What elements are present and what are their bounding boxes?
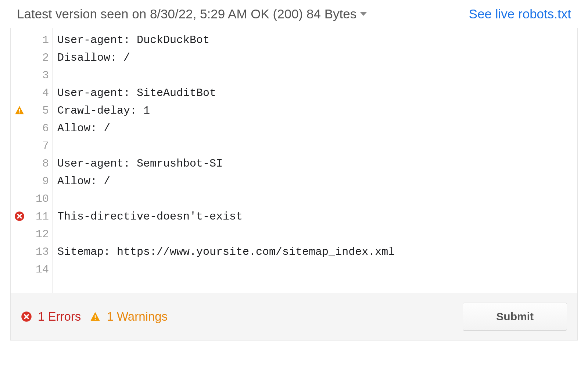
line-number: 3: [11, 67, 53, 84]
line-number: 5: [11, 102, 53, 120]
line-number: 13: [11, 243, 53, 261]
code-editor[interactable]: 1234567891011121314 User-agent: DuckDuck…: [11, 28, 577, 293]
line-number: 2: [11, 49, 53, 67]
code-line[interactable]: Sitemap: https://www.yoursite.com/sitema…: [57, 243, 577, 261]
code-line[interactable]: Allow: /: [57, 120, 577, 137]
code-line[interactable]: [57, 225, 577, 243]
chevron-down-icon: [360, 12, 367, 16]
line-number: 12: [11, 225, 53, 243]
line-number: 9: [11, 172, 53, 190]
warnings-count: 1: [107, 310, 113, 323]
line-number: 7: [11, 137, 53, 155]
code-line[interactable]: [57, 190, 577, 208]
code-line[interactable]: Disallow: /: [57, 49, 577, 67]
version-dropdown[interactable]: Latest version seen on 8/30/22, 5:29 AM …: [17, 7, 367, 21]
error-icon: [14, 211, 25, 222]
line-number: 4: [11, 84, 53, 102]
code-content[interactable]: User-agent: DuckDuckBotDisallow: /User-a…: [53, 28, 577, 293]
code-line[interactable]: [57, 137, 577, 155]
errors-count: 1: [38, 310, 44, 323]
errors-label: Errors: [48, 310, 81, 323]
warning-icon: [90, 311, 101, 322]
code-line[interactable]: [57, 261, 577, 278]
editor-footer: 1 Errors 1 Warnings Submit: [11, 293, 577, 340]
code-line[interactable]: Crawl-delay: 1: [57, 102, 577, 120]
line-number: 14: [11, 261, 53, 278]
code-line[interactable]: User-agent: DuckDuckBot: [57, 31, 577, 49]
editor-panel: 1234567891011121314 User-agent: DuckDuck…: [10, 28, 578, 341]
svg-rect-4: [95, 315, 96, 318]
svg-rect-0: [19, 109, 20, 112]
line-number: 8: [11, 155, 53, 172]
line-number: 6: [11, 120, 53, 137]
line-number: 11: [11, 208, 53, 225]
see-live-robots-link[interactable]: See live robots.txt: [469, 7, 571, 21]
warnings-label: Warnings: [117, 310, 168, 323]
submit-button[interactable]: Submit: [463, 303, 567, 331]
line-number-gutter: 1234567891011121314: [11, 28, 53, 293]
svg-rect-1: [19, 113, 20, 113]
code-line[interactable]: [57, 67, 577, 84]
status-counts: 1 Errors 1 Warnings: [21, 310, 168, 324]
error-icon: [21, 311, 32, 322]
header-row: Latest version seen on 8/30/22, 5:29 AM …: [10, 7, 578, 28]
code-line[interactable]: This-directive-doesn't-exist: [57, 208, 577, 225]
line-number: 1: [11, 31, 53, 49]
code-line[interactable]: Allow: /: [57, 172, 577, 190]
line-number: 10: [11, 190, 53, 208]
code-line[interactable]: User-agent: Semrushbot-SI: [57, 155, 577, 172]
code-line[interactable]: User-agent: SiteAuditBot: [57, 84, 577, 102]
svg-rect-5: [95, 319, 96, 320]
warning-icon: [14, 105, 25, 116]
version-label: Latest version seen on 8/30/22, 5:29 AM …: [17, 7, 356, 21]
